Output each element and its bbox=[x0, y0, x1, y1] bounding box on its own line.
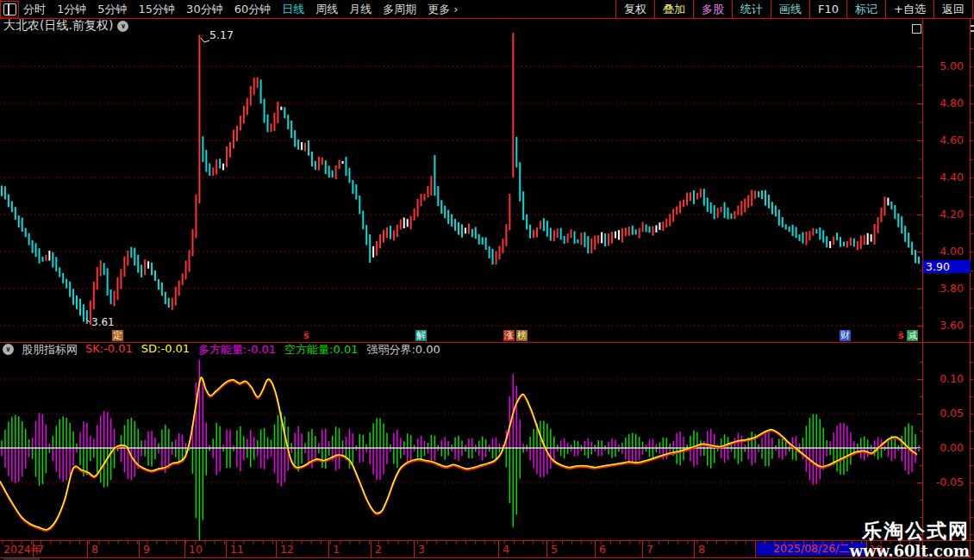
month-label: 1 bbox=[333, 543, 340, 556]
period-menu: 分时1分钟5分钟15分钟30分钟60分钟日线周线月线多周期更多 › bbox=[23, 0, 459, 18]
current-price-box: 3.90 bbox=[923, 260, 971, 273]
high-annotation: 5.17 bbox=[209, 28, 234, 41]
month-label: 7 bbox=[646, 543, 653, 556]
period-item-1分钟[interactable]: 1分钟 bbox=[57, 2, 86, 17]
month-label: 12 bbox=[280, 543, 294, 556]
event-badge[interactable]: ŝ bbox=[303, 330, 310, 341]
chevron-down-icon[interactable]: ∨ bbox=[117, 21, 128, 32]
month-label: 11 bbox=[230, 543, 244, 556]
month-label: 6 bbox=[599, 543, 606, 556]
period-item-60分钟[interactable]: 60分钟 bbox=[234, 2, 272, 17]
event-badge[interactable]: 涨 bbox=[503, 330, 515, 341]
price-tick-label: 3.60 bbox=[927, 319, 964, 332]
watermark: 乐淘公式网 www.60lt.com bbox=[850, 520, 970, 560]
page-title: 大北农(日线.前复权) bbox=[3, 18, 113, 34]
period-item-5分钟[interactable]: 5分钟 bbox=[97, 2, 127, 17]
month-label: 8 bbox=[91, 543, 98, 556]
panel-toggle-icon[interactable] bbox=[3, 3, 16, 16]
period-item-分时[interactable]: 分时 bbox=[23, 2, 46, 17]
tool-item-多股[interactable]: 多股 bbox=[693, 0, 732, 18]
candlestick-chart[interactable] bbox=[0, 33, 922, 343]
month-label: 4 bbox=[503, 543, 509, 556]
month-label: 10 bbox=[189, 543, 203, 556]
month-label: 7 bbox=[37, 543, 44, 556]
month-label: 2024年 bbox=[3, 543, 41, 557]
chart-title-row: 大北农(日线.前复权) ∨ bbox=[3, 19, 128, 33]
event-badge[interactable]: 财 bbox=[840, 330, 851, 341]
event-badge[interactable]: 减 bbox=[907, 330, 918, 341]
indicator-value-undefined: 多方能量:-0.01 bbox=[198, 342, 276, 358]
price-tick-label: 4.80 bbox=[927, 96, 964, 109]
month-label: 3 bbox=[418, 543, 425, 556]
price-tick-label: 3.80 bbox=[927, 282, 964, 295]
tool-item-返回[interactable]: 返回 bbox=[933, 0, 973, 18]
indicator-value-undefined: SD:-0.01 bbox=[141, 342, 190, 358]
expand-panel-icon[interactable] bbox=[912, 24, 921, 34]
indicator-header: ∨ 股朋指标网 SK:-0.01SD:-0.01多方能量:-0.01空方能量:0… bbox=[3, 343, 440, 356]
event-badge[interactable]: 定 bbox=[112, 330, 123, 341]
oscillator-tick-label: 0.10 bbox=[927, 372, 964, 385]
watermark-url: www.60lt.com bbox=[850, 542, 970, 560]
month-label: 2 bbox=[375, 543, 382, 556]
indicator-values: SK:-0.01SD:-0.01多方能量:-0.01空方能量:0.01强弱分界:… bbox=[85, 342, 440, 358]
oscillator-tick-label: 0.05 bbox=[927, 407, 964, 420]
tool-item-画线[interactable]: 画线 bbox=[771, 0, 809, 18]
menubar: 分时1分钟5分钟15分钟30分钟60分钟日线周线月线多周期更多 › 复权叠加多股… bbox=[0, 0, 974, 18]
event-badge[interactable]: 解 bbox=[415, 330, 427, 341]
oscillator-tick-label: -0.05 bbox=[927, 476, 964, 488]
tool-item-标记[interactable]: 标记 bbox=[846, 0, 885, 18]
price-tick-label: 5.00 bbox=[927, 59, 964, 72]
period-item-月线[interactable]: 月线 bbox=[349, 2, 371, 17]
window-edge-icon bbox=[971, 30, 974, 32]
period-item-周线[interactable]: 周线 bbox=[315, 2, 338, 17]
period-item-日线[interactable]: 日线 bbox=[282, 2, 304, 17]
period-item-更多 ›[interactable]: 更多 › bbox=[428, 2, 458, 17]
month-label: 8 bbox=[698, 543, 705, 556]
tool-item-统计[interactable]: 统计 bbox=[732, 0, 771, 18]
period-item-15分钟[interactable]: 15分钟 bbox=[139, 2, 176, 17]
event-badge[interactable]: 榜 bbox=[516, 330, 528, 341]
price-tick-label: 4.60 bbox=[927, 134, 964, 146]
indicator-value-undefined: SK:-0.01 bbox=[85, 342, 133, 358]
month-label: 9 bbox=[143, 543, 150, 556]
price-tick-label: 4.40 bbox=[927, 171, 964, 184]
tool-menu: 复权叠加多股统计画线F10标记+自选返回 bbox=[615, 0, 973, 18]
indicator-value-undefined: 强弱分界:0.00 bbox=[366, 342, 440, 358]
price-tick-label: 4.00 bbox=[927, 245, 964, 258]
period-item-多周期[interactable]: 多周期 bbox=[383, 2, 416, 17]
window-edge-icon bbox=[971, 25, 974, 27]
price-tick-label: 4.20 bbox=[927, 208, 964, 221]
indicator-source[interactable]: 股朋指标网 bbox=[22, 342, 78, 358]
oscillator-chart[interactable] bbox=[0, 356, 922, 540]
tool-item-复权[interactable]: 复权 bbox=[615, 0, 654, 18]
tool-item-叠加[interactable]: 叠加 bbox=[654, 0, 693, 18]
date-axis[interactable]: 2025/08/26/二 10 2024年78910111212345678 bbox=[0, 541, 974, 557]
low-annotation: 3.61 bbox=[91, 316, 115, 328]
app-window: 分时1分钟5分钟15分钟30分钟60分钟日线周线月线多周期更多 › 复权叠加多股… bbox=[0, 0, 974, 560]
indicator-value-undefined: 空方能量:0.01 bbox=[284, 342, 358, 358]
period-item-30分钟[interactable]: 30分钟 bbox=[186, 2, 223, 17]
collapse-indicator-icon[interactable]: ∨ bbox=[3, 344, 14, 355]
tool-item-F10[interactable]: F10 bbox=[809, 0, 846, 18]
tool-item-+自选[interactable]: +自选 bbox=[885, 0, 933, 18]
watermark-site-name: 乐淘公式网 bbox=[850, 520, 970, 542]
month-label: 5 bbox=[551, 543, 558, 556]
event-badge[interactable]: ŝ bbox=[897, 330, 905, 341]
oscillator-tick-label: 0.00 bbox=[927, 441, 964, 454]
